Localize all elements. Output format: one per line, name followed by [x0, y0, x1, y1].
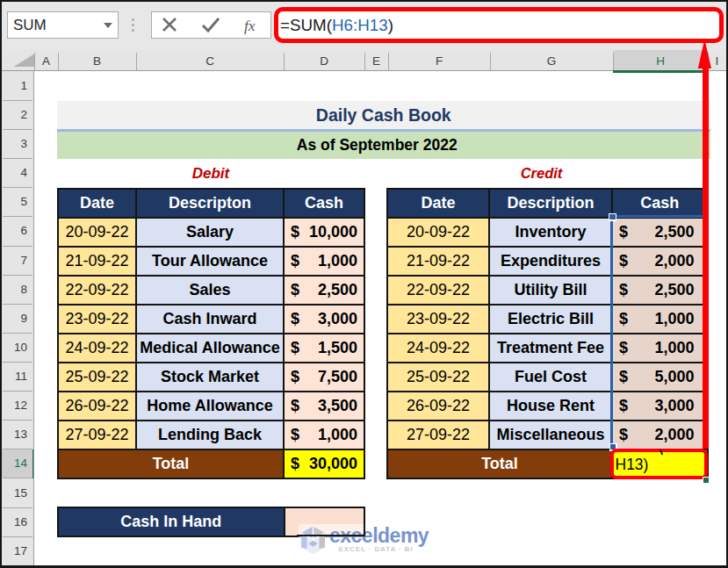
- svg-text:fx: fx: [244, 17, 256, 34]
- svg-text:EXCEL · DATA · BI: EXCEL · DATA · BI: [339, 545, 414, 553]
